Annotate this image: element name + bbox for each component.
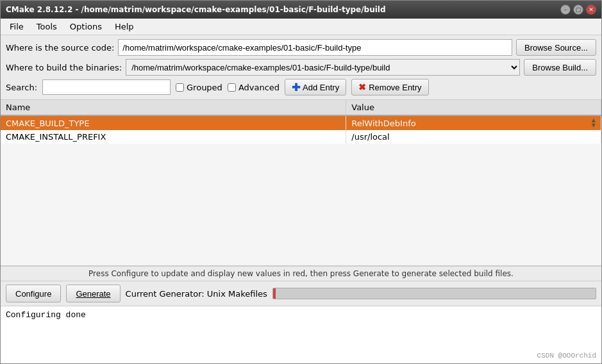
status-text: Press Configure to update and display ne… [88, 269, 514, 278]
table-row[interactable]: CMAKE_BUILD_TYPERelWithDebInfo▲▼ [1, 115, 601, 130]
maximize-button[interactable]: □ [573, 4, 583, 15]
build-label: Where to build the binaries: [6, 63, 122, 72]
menu-options[interactable]: Options [63, 20, 108, 33]
cell-name: CMAKE_INSTALL_PREFIX [1, 130, 346, 144]
search-row: Search: Grouped Advanced ✚ Add Entry ✖ R… [6, 79, 596, 95]
value-spinner[interactable]: ▲▼ [592, 118, 596, 128]
x-icon: ✖ [358, 82, 366, 92]
table-row[interactable]: CMAKE_INSTALL_PREFIX/usr/local [1, 130, 601, 144]
close-button[interactable]: ✕ [586, 4, 596, 15]
cell-name: CMAKE_BUILD_TYPE [1, 115, 346, 130]
table-header-row: Name Value [1, 100, 601, 115]
title-bar: CMake 2.8.12.2 - /home/matrim/workspace/… [1, 1, 601, 19]
main-window: CMake 2.8.12.2 - /home/matrim/workspace/… [0, 0, 602, 364]
bottom-controls: Configure Generate Current Generator: Un… [1, 281, 601, 306]
remove-entry-label: Remove Entry [369, 83, 421, 92]
source-label: Where is the source code: [6, 43, 114, 53]
grouped-label[interactable]: Grouped [187, 83, 222, 92]
browse-build-button[interactable]: Browse Build... [524, 59, 596, 76]
column-value: Value [346, 100, 601, 115]
table-area: Name Value CMAKE_BUILD_TYPERelWithDebInf… [1, 100, 601, 266]
advanced-checkbox[interactable] [228, 83, 236, 92]
toolbar: Where is the source code: Browse Source.… [1, 35, 601, 100]
menu-file[interactable]: File [3, 20, 30, 33]
menubar: File Tools Options Help [1, 19, 601, 35]
minimize-button[interactable]: – [560, 4, 571, 15]
cell-value: /usr/local [346, 130, 601, 144]
grouped-checkbox[interactable] [176, 83, 184, 92]
build-input-select[interactable]: /home/matrim/workspace/cmake-examples/01… [126, 59, 520, 76]
column-name: Name [1, 100, 346, 115]
advanced-checkbox-group: Advanced [228, 83, 280, 92]
advanced-label[interactable]: Advanced [238, 83, 280, 92]
source-row: Where is the source code: Browse Source.… [6, 39, 596, 56]
menu-help[interactable]: Help [108, 20, 140, 33]
configure-button[interactable]: Configure [6, 285, 61, 302]
watermark: CSDN @OOOrchid [537, 352, 596, 360]
remove-entry-button[interactable]: ✖ Remove Entry [351, 79, 428, 95]
spinner-down[interactable]: ▼ [592, 123, 596, 128]
main-content: Name Value CMAKE_BUILD_TYPERelWithDebInf… [1, 100, 601, 363]
generator-label: Current Generator: Unix Makefiles [126, 289, 267, 299]
cell-value: RelWithDebInfo▲▼ [346, 115, 601, 130]
build-input-wrapper: /home/matrim/workspace/cmake-examples/01… [126, 59, 520, 76]
browse-source-button[interactable]: Browse Source... [516, 39, 596, 56]
add-entry-label: Add Entry [303, 83, 339, 92]
menu-tools[interactable]: Tools [30, 20, 63, 33]
progress-bar-container [272, 288, 596, 299]
progress-bar-fill [273, 288, 276, 299]
window-title: CMake 2.8.12.2 - /home/matrim/workspace/… [6, 5, 386, 14]
source-input[interactable] [118, 39, 512, 56]
output-text: Configuring done [6, 310, 86, 320]
add-entry-button[interactable]: ✚ Add Entry [285, 79, 346, 95]
entries-table: Name Value CMAKE_BUILD_TYPERelWithDebInf… [1, 100, 601, 144]
plus-icon: ✚ [292, 81, 300, 94]
search-label: Search: [6, 83, 37, 92]
search-input[interactable] [42, 79, 171, 95]
build-row: Where to build the binaries: /home/matri… [6, 59, 596, 76]
generate-button[interactable]: Generate [66, 285, 120, 302]
output-area: Configuring done CSDN @OOOrchid [1, 306, 601, 363]
status-bar: Press Configure to update and display ne… [1, 266, 601, 281]
grouped-checkbox-group: Grouped [176, 83, 222, 92]
window-controls: – □ ✕ [560, 4, 596, 15]
